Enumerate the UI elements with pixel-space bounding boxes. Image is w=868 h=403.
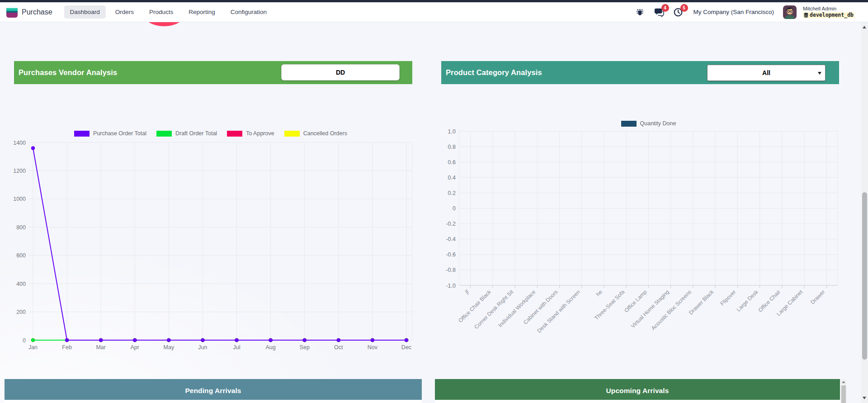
partial-chart-arc: [142, 22, 186, 27]
svg-text:1400: 1400: [13, 140, 26, 146]
navbar: Purchase Dashboard Orders Products Repor…: [0, 2, 868, 22]
scroll-up-icon[interactable]: [863, 26, 866, 28]
svg-text:-1.0: -1.0: [446, 283, 456, 289]
user-name: Mitchell Admin: [803, 6, 854, 12]
menu-configuration[interactable]: Configuration: [225, 5, 273, 19]
activities-badge: 5: [680, 4, 688, 12]
menu-products[interactable]: Products: [143, 5, 179, 19]
menu-reporting[interactable]: Reporting: [183, 5, 221, 19]
svg-text:-0.4: -0.4: [446, 236, 456, 242]
vendor-analysis-chart[interactable]: 1400120010008006004002000JanFebMarAprMay…: [9, 128, 421, 354]
svg-text:Feb: Feb: [62, 344, 72, 351]
scroll-down-icon[interactable]: [863, 397, 866, 399]
svg-text:Jan: Jan: [28, 344, 38, 351]
menu-orders[interactable]: Orders: [109, 5, 140, 19]
upcoming-arrivals-body: [435, 400, 840, 403]
messages-icon[interactable]: 4: [653, 6, 665, 19]
svg-text:0.4: 0.4: [448, 175, 456, 181]
vendor-filter-button[interactable]: DD: [281, 64, 400, 81]
svg-text:Dec: Dec: [401, 344, 411, 351]
svg-text:May: May: [164, 344, 175, 351]
app-title: Purchase: [22, 8, 52, 16]
svg-text:0: 0: [453, 205, 456, 212]
svg-text:Corner Desk Right Sit: Corner Desk Right Sit: [473, 289, 514, 330]
svg-text:Virtual Home Staging: Virtual Home Staging: [630, 289, 670, 329]
svg-text:Desk Stand with Screen: Desk Stand with Screen: [536, 289, 581, 334]
svg-text:1.0: 1.0: [448, 128, 456, 135]
svg-text:0.2: 0.2: [448, 190, 456, 196]
svg-text:Aug: Aug: [266, 344, 276, 351]
upcoming-arrivals-scrollbar[interactable]: [840, 379, 847, 403]
svg-text:Nov: Nov: [368, 344, 378, 351]
scrollbar-thumb[interactable]: [841, 385, 846, 403]
purchase-app-icon[interactable]: [6, 6, 18, 18]
svg-text:0.6: 0.6: [448, 159, 456, 166]
main-menu: Dashboard Orders Products Reporting Conf…: [64, 5, 273, 19]
svg-text:-0.2: -0.2: [446, 221, 456, 227]
svg-text:800: 800: [16, 224, 26, 231]
svg-text:1200: 1200: [13, 168, 26, 174]
svg-text:-0.8: -0.8: [446, 267, 456, 273]
category-filter-select[interactable]: All: [707, 65, 826, 81]
menu-dashboard[interactable]: Dashboard: [64, 5, 106, 19]
vendor-analysis-title: Purchases Vendor Analysis: [19, 68, 117, 77]
svg-text:Large Desk: Large Desk: [735, 289, 760, 313]
messages-badge: 4: [661, 4, 669, 12]
upcoming-arrivals-header: Upcoming Arrivals: [435, 379, 840, 402]
svg-text:Jul: Jul: [233, 344, 241, 351]
chevron-down-icon: [818, 72, 821, 75]
category-analysis-header: Product Category Analysis All: [441, 61, 839, 84]
svg-text:0.8: 0.8: [448, 144, 456, 150]
avatar[interactable]: [783, 5, 797, 19]
svg-text:Apr: Apr: [131, 344, 139, 351]
svg-text:Jun: Jun: [198, 344, 207, 351]
svg-text:Flipover: Flipover: [719, 289, 737, 307]
svg-text:he: he: [595, 289, 604, 298]
svg-text:-0.6: -0.6: [446, 251, 456, 258]
svg-text:400: 400: [16, 281, 26, 287]
pending-arrivals-header: Pending Arrivals: [5, 379, 422, 402]
category-filter-value: All: [762, 69, 770, 76]
svg-text:600: 600: [16, 252, 26, 259]
upcoming-arrivals-title: Upcoming Arrivals: [439, 387, 835, 395]
debug-bug-icon[interactable]: [634, 6, 646, 19]
pending-arrivals-body: [5, 400, 422, 403]
company-switcher[interactable]: My Company (San Francisco): [693, 9, 774, 15]
svg-text:Sep: Sep: [300, 344, 310, 351]
scroll-up-icon[interactable]: [842, 381, 845, 383]
svg-text:Individual Workplace: Individual Workplace: [497, 289, 537, 328]
category-analysis-title: Product Category Analysis: [446, 68, 542, 77]
svg-text:1000: 1000: [13, 196, 26, 202]
category-analysis-chart[interactable]: 1.00.80.60.40.20-0.2-0.4-0.6-0.8-1.0jfOf…: [434, 118, 850, 348]
svg-text:Mar: Mar: [96, 344, 106, 351]
svg-text:Acoustic Bloc Screens: Acoustic Bloc Screens: [650, 289, 693, 331]
svg-text:200: 200: [16, 309, 26, 315]
database-chip: development_db: [803, 12, 854, 18]
svg-text:jf: jf: [463, 289, 470, 295]
pending-arrivals-title: Pending Arrivals: [9, 387, 417, 395]
vendor-analysis-header: Purchases Vendor Analysis DD: [14, 61, 412, 84]
database-icon: [804, 13, 808, 18]
navbar-systray: 4 5 My Company (San Francisco) Mitchell …: [634, 5, 862, 19]
svg-text:Drawer: Drawer: [809, 289, 826, 305]
user-menu[interactable]: Mitchell Admin development_db: [803, 6, 854, 18]
database-name: development_db: [810, 12, 854, 18]
svg-text:0: 0: [23, 337, 26, 344]
activities-clock-icon[interactable]: 5: [672, 6, 684, 19]
page-scrollbar[interactable]: [861, 22, 868, 403]
scrollbar-thumb[interactable]: [862, 192, 867, 360]
svg-text:Oct: Oct: [334, 344, 343, 351]
